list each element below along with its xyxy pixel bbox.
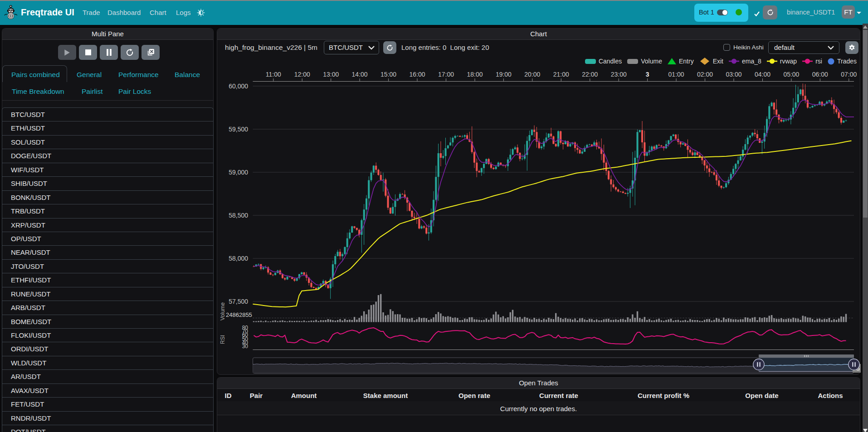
svg-text:11:00: 11:00 [266, 71, 281, 78]
svg-text:15:00: 15:00 [380, 71, 396, 78]
svg-text:01:00: 01:00 [668, 71, 684, 78]
svg-text:14:00: 14:00 [352, 71, 368, 78]
svg-text:58,500: 58,500 [229, 212, 248, 219]
svg-text:60,000: 60,000 [229, 83, 248, 90]
svg-text:12:00: 12:00 [294, 71, 310, 78]
svg-text:04:00: 04:00 [755, 71, 770, 78]
svg-text:59,500: 59,500 [229, 126, 248, 133]
svg-text:Volume: Volume [219, 302, 226, 320]
svg-text:58,000: 58,000 [229, 255, 248, 262]
svg-text:24862855: 24862855 [226, 311, 252, 318]
svg-text:59,000: 59,000 [229, 169, 248, 176]
svg-text:16:00: 16:00 [409, 71, 425, 78]
svg-text:05:00: 05:00 [783, 71, 799, 78]
svg-text:03:00: 03:00 [726, 71, 741, 78]
svg-text:02:00: 02:00 [697, 71, 713, 78]
svg-text:3: 3 [646, 71, 649, 78]
svg-text:57,500: 57,500 [229, 298, 248, 305]
svg-text:07:00: 07:00 [841, 71, 857, 78]
svg-text:20:00: 20:00 [524, 71, 540, 78]
svg-text:13:00: 13:00 [323, 71, 339, 78]
svg-text:22:00: 22:00 [582, 71, 598, 78]
svg-text:18:00: 18:00 [467, 71, 483, 78]
svg-text:21:00: 21:00 [553, 71, 569, 78]
svg-text:19:00: 19:00 [496, 71, 512, 78]
svg-text:30: 30 [242, 343, 249, 349]
svg-text:17:00: 17:00 [438, 71, 454, 78]
svg-text:06:00: 06:00 [812, 71, 828, 78]
svg-text:RSI: RSI [219, 335, 226, 344]
svg-text:23:00: 23:00 [611, 71, 627, 78]
